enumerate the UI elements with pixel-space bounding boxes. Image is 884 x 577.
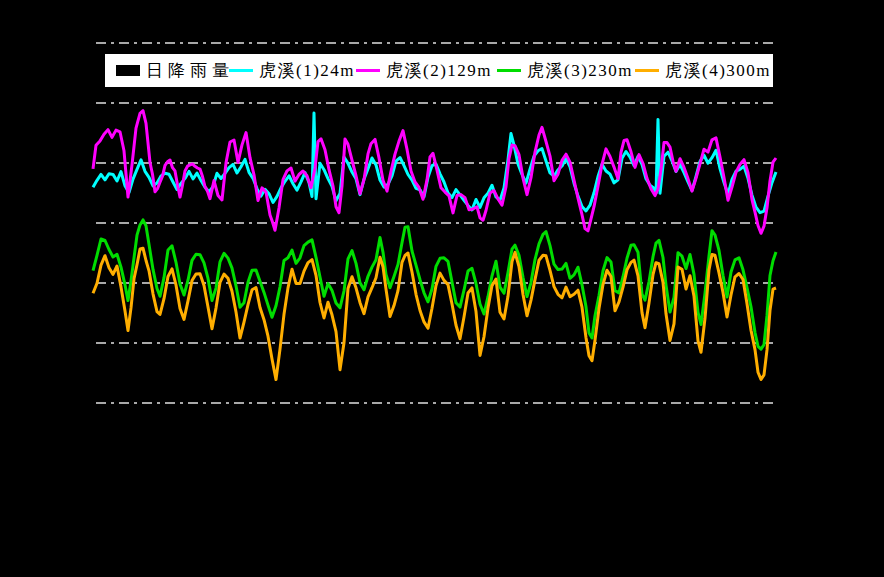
legend-item-huxi1: 虎溪(1)24m [229, 54, 355, 87]
legend-label-huxi4: 虎溪(4)300m [665, 62, 771, 79]
orange-line-swatch-icon [635, 69, 659, 72]
gridlines [96, 43, 776, 403]
legend-item-rainfall: 日降雨量 [116, 54, 234, 87]
series-line-2 [93, 111, 776, 234]
magenta-line-swatch-icon [356, 69, 380, 72]
legend-label-huxi3: 虎溪(3)230m [527, 62, 633, 79]
rainfall-bar-swatch-icon [116, 65, 140, 76]
legend-item-huxi2: 虎溪(2)129m [356, 54, 492, 87]
green-line-swatch-icon [497, 69, 521, 72]
legend: 日降雨量 虎溪(1)24m 虎溪(2)129m 虎溪(3)230m 虎溪(4)3… [103, 52, 775, 89]
legend-item-huxi3: 虎溪(3)230m [497, 54, 633, 87]
legend-label-huxi2: 虎溪(2)129m [386, 62, 492, 79]
cyan-line-swatch-icon [229, 69, 253, 72]
chart-figure: 日降雨量 虎溪(1)24m 虎溪(2)129m 虎溪(3)230m 虎溪(4)3… [0, 0, 884, 577]
legend-label-rainfall: 日降雨量 [146, 62, 234, 79]
series-lines [93, 111, 776, 380]
legend-label-huxi1: 虎溪(1)24m [259, 62, 355, 79]
legend-item-huxi4: 虎溪(4)300m [635, 54, 771, 87]
